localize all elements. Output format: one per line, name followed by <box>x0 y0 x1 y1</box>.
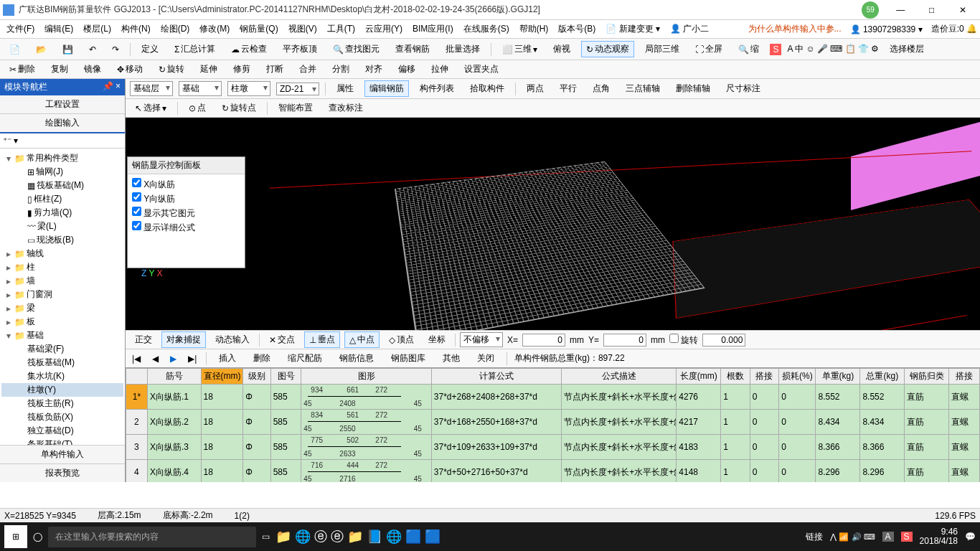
combo-type[interactable]: 柱墩 <box>227 81 270 96</box>
rotate-check[interactable]: 旋转 <box>669 334 698 347</box>
flattop-button[interactable]: 平齐板顶 <box>278 41 322 57</box>
menu-view[interactable]: 视图(V) <box>285 22 321 37</box>
help-hint-link[interactable]: 为什么单构件输入中参... <box>748 23 842 35</box>
close-button[interactable]: ✕ <box>948 5 977 15</box>
mirror-button[interactable]: 镜像 <box>79 61 106 77</box>
close-panel-button[interactable]: 关闭 <box>472 350 499 367</box>
menu-modify[interactable]: 修改(M) <box>196 22 233 37</box>
tree-common[interactable]: ▾📁常用构件类型 <box>1 151 123 165</box>
dim-button[interactable]: 尺寸标注 <box>721 80 765 97</box>
col-header[interactable]: 总重(kg) <box>860 369 905 385</box>
ptangle-button[interactable]: 点角 <box>588 80 615 97</box>
tree-door[interactable]: ▸📁门窗洞 <box>1 288 123 301</box>
batchsel-button[interactable]: 批量选择 <box>440 41 485 57</box>
selfloor-button[interactable]: 选择楼层 <box>885 41 929 57</box>
table-row[interactable]: 4X向纵筋.418Φ5857164442724527164537*d+50+27… <box>126 460 980 483</box>
minimize-button[interactable]: — <box>886 5 915 15</box>
col-header[interactable]: 计算公式 <box>431 369 561 385</box>
col-header[interactable]: 直径(mm) <box>201 369 243 385</box>
offset-button[interactable]: 偏移 <box>393 61 420 77</box>
tree-column[interactable]: ▸📁柱 <box>1 260 123 274</box>
save-icon[interactable]: 💾 <box>57 42 78 57</box>
check-other[interactable]: 显示其它图元 <box>132 206 240 220</box>
col-header[interactable]: 筋号 <box>147 369 201 385</box>
move-button[interactable]: ✥ 移动 <box>112 61 148 77</box>
menu-cloud[interactable]: 云应用(Y) <box>362 22 406 37</box>
notification-badge[interactable]: 59 <box>862 1 879 19</box>
fullscreen-button[interactable]: ⛶ 全屏 <box>690 41 727 57</box>
col-header[interactable]: 图形 <box>301 369 431 385</box>
local3d-button[interactable]: 局部三维 <box>640 41 684 57</box>
menu-edit[interactable]: 编辑(E) <box>41 22 77 37</box>
tree-beam[interactable]: 〰 梁(L) <box>1 220 123 233</box>
break-button[interactable]: 打断 <box>261 61 288 77</box>
col-header[interactable]: 根数 <box>721 369 750 385</box>
tree-strip[interactable]: 条形基础(T) <box>1 438 123 445</box>
property-button[interactable]: 属性 <box>331 80 359 97</box>
redo-icon[interactable]: ↷ <box>107 42 124 57</box>
other-button[interactable]: 其他 <box>438 350 465 367</box>
twopoint-button[interactable]: 两点 <box>522 80 549 97</box>
combo-element[interactable]: ZD-21 <box>276 83 319 95</box>
pick-button[interactable]: 拾取构件 <box>465 80 509 97</box>
parallel-button[interactable]: 平行 <box>555 80 582 97</box>
insert-button[interactable]: 插入 <box>214 350 241 367</box>
system-tray[interactable]: 链接 ⋀ 📶 🔊 ⌨ A S 9:462018/4/18 💬 <box>806 527 976 546</box>
tab-draw[interactable]: 绘图输入 <box>0 114 125 133</box>
tree-wall[interactable]: ▸📁墙 <box>1 274 123 288</box>
nav-prev[interactable]: ◀ <box>150 354 161 364</box>
rotpoint-button[interactable]: ↻ 旋转点 <box>217 100 261 116</box>
col-header[interactable]: 级别 <box>243 369 270 385</box>
y-input[interactable] <box>603 334 646 347</box>
tree-slab2[interactable]: ▸📁板 <box>1 315 123 329</box>
delete-row-button[interactable]: 删除 <box>248 350 275 367</box>
nav-last[interactable]: ▶| <box>186 354 199 364</box>
tree-foundbeam[interactable]: 基础梁(F) <box>1 342 123 356</box>
split-button[interactable]: 分割 <box>327 61 354 77</box>
tree-axis-grid[interactable]: ⊞ 轴网(J) <box>1 165 123 179</box>
editrebar-button[interactable]: 编辑钢筋 <box>364 80 409 97</box>
check-yrebar[interactable]: Y向纵筋 <box>132 192 240 206</box>
nav-next[interactable]: ▶ <box>168 354 179 364</box>
tree-axisline[interactable]: ▸📁轴线 <box>1 247 123 260</box>
col-header[interactable]: 长度(mm) <box>677 369 721 385</box>
menu-file[interactable]: 文件(F) <box>3 22 38 37</box>
rotate-input[interactable] <box>702 334 745 347</box>
setpoint-button[interactable]: 设置夹点 <box>459 61 504 77</box>
new-icon[interactable]: 📄 <box>4 42 25 57</box>
delaxis-button[interactable]: 删除辅轴 <box>671 80 715 97</box>
objsnap-button[interactable]: 对象捕捉 <box>161 331 206 348</box>
table-row[interactable]: 2X向纵筋.218Φ5858345612724525504537*d+168+2… <box>126 410 980 435</box>
define-button[interactable]: 定义 <box>136 41 164 57</box>
menu-version[interactable]: 版本号(B) <box>555 22 599 37</box>
user-phone[interactable]: 👤 13907298339 ▾ <box>850 24 923 34</box>
scale-button[interactable]: 缩尺配筋 <box>283 350 327 367</box>
rotate-button[interactable]: ↻ 旋转 <box>154 61 189 77</box>
select-button[interactable]: ↖ 选择 ▾ <box>130 100 171 116</box>
col-header[interactable]: 损耗(%) <box>779 369 816 385</box>
menu-floor[interactable]: 楼层(L) <box>80 22 115 37</box>
menu-tools[interactable]: 工具(T) <box>324 22 359 37</box>
tree-foundation[interactable]: ▾📁基础 <box>1 329 123 342</box>
search-box[interactable]: 在这里输入你要搜索的内容 <box>48 527 256 547</box>
single-input-button[interactable]: 单构件输入 <box>0 445 125 463</box>
align-button[interactable]: 对齐 <box>360 61 387 77</box>
dynview-button[interactable]: ↻ 动态观察 <box>581 41 634 57</box>
smart-button[interactable]: 智能布置 <box>273 100 318 116</box>
cortana-icon[interactable]: ◯ <box>33 532 42 542</box>
tree-raftneg[interactable]: 筏板负筋(X) <box>1 410 123 424</box>
taskbar-apps[interactable]: 📁 🌐 ⓔ ⓔ 📁 📘 🌐 🟦 🟦 <box>275 528 440 545</box>
cloudcheck-button[interactable]: ☁ 云检查 <box>226 41 272 57</box>
tree-framecol[interactable]: ▯ 框柱(Z) <box>1 192 123 206</box>
3d-button[interactable]: ⬜ 三维 ▾ <box>497 41 542 57</box>
tree-raftmain[interactable]: 筏板主筋(R) <box>1 397 123 410</box>
tree-pier[interactable]: 柱墩(Y) <box>1 383 123 397</box>
coord-button[interactable]: 坐标 <box>423 331 451 348</box>
col-header[interactable]: 公式描述 <box>562 369 677 385</box>
col-header[interactable]: 搭接 <box>750 369 779 385</box>
viewport-3d[interactable]: 钢筋显示控制面板 X向纵筋 Y向纵筋 显示其它图元 显示详细公式 Z Y X <box>126 118 980 330</box>
cost-bean[interactable]: 造价豆:0 🔔 <box>931 23 977 35</box>
merge-button[interactable]: 合并 <box>294 61 321 77</box>
tree-beam2[interactable]: ▸📁梁 <box>1 301 123 315</box>
sumcalc-button[interactable]: Σ 汇总计算 <box>169 41 220 57</box>
